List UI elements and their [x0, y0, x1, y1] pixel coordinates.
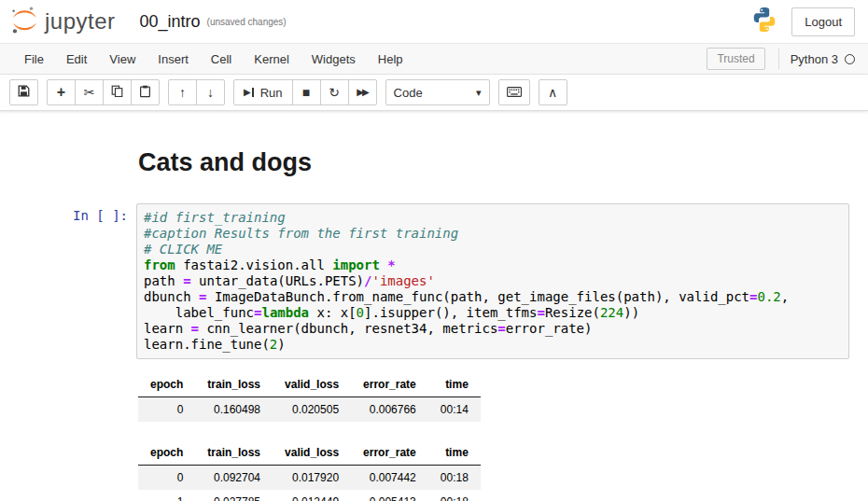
- plus-icon: +: [57, 85, 65, 100]
- python-logo-icon: [750, 6, 778, 37]
- menu-edit[interactable]: Edit: [55, 45, 98, 74]
- page-title: Cats and dogs: [138, 148, 312, 177]
- menu-cell[interactable]: Cell: [200, 45, 243, 74]
- restart-run-all-button[interactable]: ▶▶: [348, 79, 377, 105]
- header: jupyter 00_intro (unsaved changes) Logou…: [0, 0, 868, 43]
- copy-icon: [111, 85, 123, 100]
- toolbar-extra-button[interactable]: ∧: [539, 79, 567, 105]
- paste-cell-button[interactable]: [131, 79, 160, 105]
- kernel-idle-icon: [845, 54, 855, 64]
- kernel-name: Python 3: [791, 52, 838, 66]
- markdown-content: Cats and dogs: [136, 148, 312, 183]
- output-content: epochtrain_lossvalid_losserror_ratetime0…: [136, 372, 849, 501]
- menu-kernel[interactable]: Kernel: [243, 45, 301, 74]
- save-button[interactable]: [9, 79, 38, 105]
- menubar: File Edit View Insert Cell Kernel Widget…: [0, 43, 868, 75]
- restart-kernel-button[interactable]: ↻: [320, 79, 349, 105]
- cut-cell-button[interactable]: ✂: [75, 79, 104, 105]
- keyboard-icon: [507, 86, 522, 100]
- output-prompt: [0, 372, 136, 501]
- menu-view[interactable]: View: [98, 45, 147, 74]
- run-label: Run: [260, 86, 283, 100]
- menu-file[interactable]: File: [13, 45, 55, 74]
- logout-button[interactable]: Logout: [791, 7, 855, 36]
- menu-help[interactable]: Help: [367, 45, 414, 74]
- save-status: (unsaved changes): [207, 17, 287, 27]
- cell-type-dropdown[interactable]: Code ▾: [385, 79, 490, 105]
- chevron-down-icon: ▾: [476, 87, 482, 99]
- chevron-up-icon: ∧: [548, 86, 557, 99]
- notebook-title[interactable]: 00_intro: [140, 12, 201, 32]
- output-cell: epochtrain_lossvalid_losserror_ratetime0…: [0, 372, 849, 501]
- toolbar: + ✂ ↑ ↓: [0, 75, 868, 111]
- restart-icon: ↻: [329, 86, 340, 99]
- logo-text: jupyter: [45, 8, 116, 35]
- markdown-prompt: [0, 148, 136, 183]
- menu-widgets[interactable]: Widgets: [301, 45, 367, 74]
- paste-icon: [139, 85, 151, 101]
- divider: [778, 49, 779, 69]
- markdown-cell[interactable]: Cats and dogs: [0, 148, 849, 183]
- training-results-table-1: epochtrain_lossvalid_losserror_ratetime0…: [138, 372, 849, 422]
- jupyter-logo[interactable]: jupyter: [9, 5, 116, 39]
- code-lines: #id first_training#caption Results from …: [144, 210, 842, 353]
- arrow-up-icon: ↑: [179, 86, 186, 99]
- code-cell[interactable]: In [ ]: #id first_training#caption Resul…: [0, 203, 849, 359]
- command-palette-button[interactable]: [498, 79, 530, 105]
- jupyter-planet-icon: [9, 5, 40, 39]
- notebook-area: Cats and dogs In [ ]: #id first_training…: [0, 111, 868, 501]
- stop-icon: ■: [302, 86, 310, 99]
- menu-insert[interactable]: Insert: [147, 45, 200, 74]
- save-icon: [18, 85, 30, 100]
- cut-icon: ✂: [84, 86, 95, 99]
- fast-forward-icon: ▶▶: [357, 88, 367, 97]
- add-cell-button[interactable]: +: [47, 79, 76, 105]
- arrow-down-icon: ↓: [207, 86, 214, 99]
- run-icon: ▶: [244, 88, 254, 97]
- move-up-button[interactable]: ↑: [168, 79, 197, 105]
- training-results-table-2: epochtrain_lossvalid_losserror_ratetime0…: [138, 440, 849, 501]
- run-button[interactable]: ▶ Run: [233, 79, 293, 105]
- trusted-badge[interactable]: Trusted: [707, 48, 764, 70]
- interrupt-kernel-button[interactable]: ■: [292, 79, 321, 105]
- cell-type-value: Code: [394, 86, 423, 100]
- code-input-area[interactable]: #id first_training#caption Results from …: [136, 203, 849, 359]
- move-down-button[interactable]: ↓: [196, 79, 225, 105]
- copy-cell-button[interactable]: [103, 79, 132, 105]
- input-prompt: In [ ]:: [0, 203, 136, 359]
